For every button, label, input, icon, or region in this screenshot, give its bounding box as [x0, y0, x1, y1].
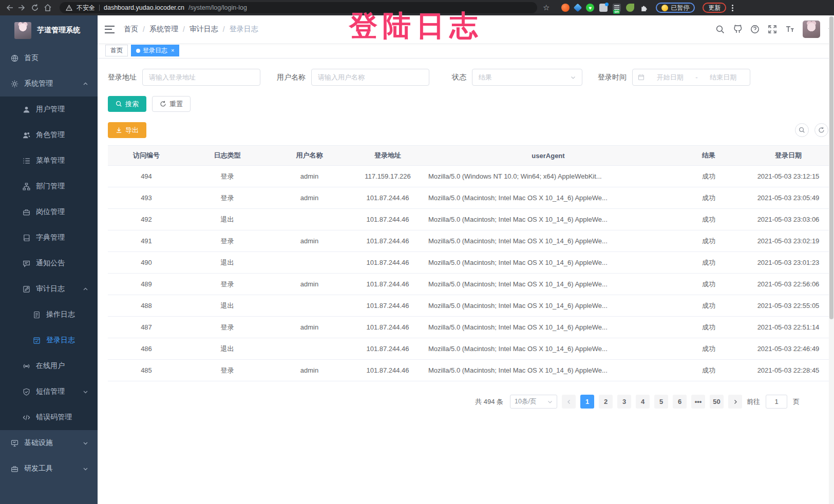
search-icon[interactable] [715, 25, 725, 34]
close-icon[interactable]: × [171, 48, 174, 53]
sidebar-item-audit-log[interactable]: 审计日志 [0, 276, 98, 302]
breadcrumb-audit-log[interactable]: 审计日志 [189, 25, 218, 34]
window-scrollbar[interactable] [829, 15, 834, 504]
breadcrumb-system[interactable]: 系统管理 [149, 25, 178, 34]
cell-result: 成功 [670, 317, 747, 338]
extension-leaf-icon[interactable] [626, 4, 634, 12]
page-size-select[interactable]: 10条/页 [510, 395, 557, 409]
hamburger-icon[interactable] [105, 26, 115, 33]
sidebar-item-label: 操作日志 [46, 310, 75, 319]
cell-log-type: 登录 [185, 274, 270, 295]
url-host: dashboard.yudao.iocoder.cn [104, 4, 184, 11]
sidebar-item-label: 岗位管理 [36, 207, 65, 217]
extension-gem-icon[interactable] [574, 4, 582, 12]
next-page-button[interactable] [728, 395, 742, 409]
breadcrumb-home[interactable]: 首页 [124, 25, 138, 34]
sidebar-item-label: 通知公告 [36, 259, 65, 268]
date-range-picker[interactable]: 开始日期 - 结束日期 [632, 69, 750, 86]
status-select[interactable]: 结果 [472, 69, 582, 86]
sidebar-logo[interactable]: 芋道管理系统 [0, 15, 98, 45]
browser-menu-icon[interactable] [732, 5, 733, 11]
reset-button[interactable]: 重置 [152, 96, 191, 112]
header-login-address: 登录地址 [349, 146, 426, 166]
cell-username [270, 252, 349, 274]
page-button-3[interactable]: 3 [617, 395, 631, 409]
page-button-6[interactable]: 6 [673, 395, 687, 409]
prev-page-button[interactable] [562, 395, 576, 409]
cell-user-agent: Mozilla/5.0 (Macintosh; Intel Mac OS X 1… [426, 230, 670, 252]
user-avatar[interactable] [803, 21, 820, 38]
page-button-2[interactable]: 2 [599, 395, 613, 409]
chevron-left-icon [566, 399, 572, 404]
bookmark-star-icon[interactable]: ☆ [543, 3, 549, 12]
cell-login-date: 2021-05-03 23:03:06 [747, 209, 829, 230]
sidebar-item-department-management[interactable]: 部门管理 [0, 173, 98, 199]
reload-icon[interactable] [31, 4, 39, 12]
tag-home[interactable]: 首页 [105, 45, 128, 56]
sidebar-item-dict-management[interactable]: 字典管理 [0, 225, 98, 250]
cell-result: 成功 [670, 209, 747, 230]
username-input[interactable] [311, 69, 429, 86]
sidebar-item-operation-log[interactable]: 操作日志 [0, 302, 98, 327]
sidebar-item-notice-announcement[interactable]: 通知公告 [0, 250, 98, 276]
chevron-down-icon [83, 440, 88, 446]
cell-login-address: 101.87.244.46 [349, 187, 426, 209]
extension-orange-icon[interactable] [561, 4, 570, 12]
sidebar-item-label: 短信管理 [36, 387, 65, 396]
back-icon[interactable] [5, 4, 13, 12]
forward-icon[interactable] [18, 4, 26, 12]
sidebar-item-role-management[interactable]: 角色管理 [0, 122, 98, 148]
sidebar-item-system-management[interactable]: 系统管理 [0, 71, 98, 96]
user-icon [23, 106, 30, 113]
tag-login-log[interactable]: 登录日志 × [131, 45, 179, 56]
page-button-1[interactable]: 1 [580, 395, 594, 409]
page-button-50[interactable]: 50 [710, 395, 724, 409]
export-button[interactable]: 导出 [108, 122, 146, 138]
cell-result: 成功 [670, 295, 747, 317]
table-row: 489 登录 admin 101.87.244.46 Mozilla/5.0 (… [108, 274, 829, 295]
update-button[interactable]: 更新 [703, 3, 726, 13]
extension-list-icon[interactable]: on [613, 4, 621, 12]
sidebar-item-dev-tools[interactable]: 研发工具 [0, 456, 98, 481]
status-placeholder: 结果 [479, 73, 571, 82]
sidebar-item-infrastructure[interactable]: 基础设施 [0, 430, 98, 456]
sidebar-item-user-management[interactable]: 用户管理 [0, 96, 98, 122]
goto-page-input[interactable] [766, 395, 787, 409]
table-row: 492 退出 101.87.244.46 Mozilla/5.0 (Macint… [108, 209, 829, 230]
sidebar-item-menu-management[interactable]: 菜单管理 [0, 148, 98, 173]
page-button-4[interactable]: 4 [636, 395, 650, 409]
extension-stats-icon[interactable] [599, 4, 608, 12]
page-button-5[interactable]: 5 [654, 395, 668, 409]
sidebar-item-error-code-management[interactable]: 错误码管理 [0, 404, 98, 430]
login-address-input[interactable] [142, 69, 260, 86]
home-icon[interactable] [44, 4, 52, 12]
help-icon[interactable] [750, 25, 760, 34]
sidebar-item-post-management[interactable]: 岗位管理 [0, 199, 98, 225]
page-unit-label: 页 [793, 397, 800, 406]
sidebar-item-login-log[interactable]: 登录日志 [0, 327, 98, 353]
sidebar-item-online-users[interactable]: 在线用户 [0, 353, 98, 379]
github-icon[interactable] [733, 25, 742, 34]
fullscreen-icon[interactable] [768, 25, 777, 34]
login-time-label: 登录时间 [598, 73, 627, 82]
cell-username: admin [270, 230, 349, 252]
paused-extension-pill[interactable]: 已暂停 [656, 3, 695, 13]
table-toolbar: 导出 [108, 122, 829, 138]
page-ellipsis[interactable]: ••• [691, 395, 705, 409]
toggle-search-button[interactable] [795, 123, 809, 137]
pagination: 共 494 条 10条/页 123456•••50 前往 页 [108, 395, 800, 409]
cell-login-date: 2021-05-03 23:12:15 [747, 166, 829, 187]
extensions-puzzle-icon[interactable] [639, 4, 648, 12]
cell-login-address: 101.87.244.46 [349, 230, 426, 252]
search-button[interactable]: 搜索 [108, 96, 146, 112]
cell-id: 486 [108, 338, 185, 360]
extension-heart-icon[interactable]: ♥ [586, 4, 594, 12]
app-title: 芋道管理系统 [37, 26, 80, 35]
font-size-icon[interactable] [785, 25, 794, 34]
start-date-placeholder: 开始日期 [649, 73, 691, 82]
scrollbar-thumb[interactable] [829, 16, 833, 319]
refresh-table-button[interactable] [814, 123, 828, 137]
sidebar-item-home[interactable]: 首页 [0, 45, 98, 71]
sidebar-item-sms-management[interactable]: 短信管理 [0, 379, 98, 404]
users-icon [23, 131, 30, 139]
